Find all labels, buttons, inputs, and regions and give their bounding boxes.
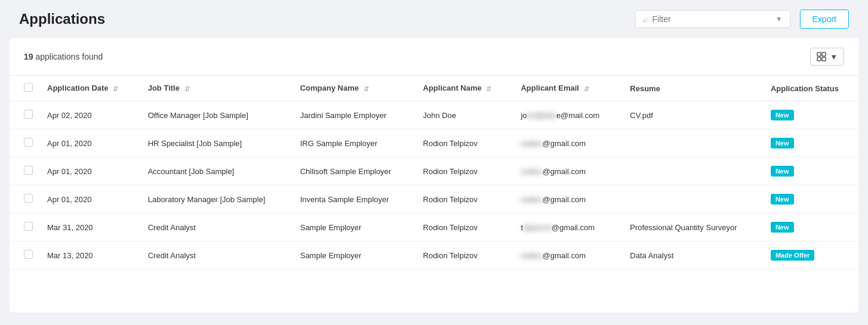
row-5-company: Sample Employer (291, 242, 414, 270)
sort-icon-applicant-name: ⇵ (486, 85, 491, 93)
row-1-resume (620, 129, 761, 157)
row-2-status-badge: New (771, 166, 794, 177)
row-5-checkbox-cell (10, 242, 38, 270)
row-4-date: Mar 31, 2020 (38, 213, 138, 242)
row-5-checkbox[interactable] (24, 250, 33, 259)
col-label-job-title: Job Title (148, 83, 180, 92)
row-0-checkbox-cell (10, 101, 38, 129)
row-4-email-suffix: @gmail.com (552, 223, 595, 232)
row-4-status-badge: New (771, 222, 794, 233)
export-button[interactable]: Export (800, 10, 849, 29)
chevron-down-icon: ▼ (775, 15, 783, 23)
row-3-email-blur: rodion (521, 195, 542, 204)
page-title: Applications (19, 11, 105, 27)
row-5-status-badge: Made Offer (771, 250, 814, 261)
col-header-application-status: Application Status (761, 76, 858, 101)
row-4-checkbox[interactable] (24, 222, 33, 231)
row-0-company: Jardini Sample Employer (291, 101, 414, 129)
header-bar: Applications ⌕ ▼ Export (0, 0, 868, 38)
col-label-application-date: Application Date (47, 83, 109, 92)
header-right: ⌕ ▼ Export (635, 10, 849, 29)
row-0-applicant-name: John Doe (414, 101, 512, 129)
row-1-job-title: HR Specialist [Job Sample] (138, 129, 291, 157)
col-header-applicant-email[interactable]: Applicant Email ⇵ (511, 76, 620, 101)
row-1-email-blur: rodion (521, 139, 542, 148)
row-5-applicant-email: rodion@gmail.com (511, 242, 620, 270)
row-2-applicant-email: rodion@gmail.com (511, 157, 620, 185)
row-4-resume: Professional Quantity Surveyor (620, 213, 761, 242)
row-1-applicant-email: rodion@gmail.com (511, 129, 620, 157)
row-1-status-badge: New (771, 138, 794, 148)
sort-icon-application-date: ⇵ (113, 85, 118, 93)
col-header-application-date[interactable]: Application Date ⇵ (38, 76, 138, 101)
main-content: 19 applications found ▼ Application Date… (10, 38, 858, 312)
col-header-applicant-name[interactable]: Applicant Name ⇵ (414, 76, 512, 101)
row-5-email-suffix: @gmail.com (543, 251, 586, 260)
row-0-checkbox[interactable] (24, 110, 33, 119)
row-0-email-blur: hn@doe (527, 111, 556, 120)
row-3-checkbox[interactable] (24, 194, 33, 203)
table-toolbar: 19 applications found ▼ (10, 48, 858, 75)
svg-rect-1 (822, 52, 826, 56)
row-2-checkbox-cell (10, 157, 38, 185)
col-label-applicant-email: Applicant Email (521, 83, 579, 92)
col-label-resume: Resume (630, 84, 660, 93)
row-2-resume (620, 157, 761, 185)
svg-rect-0 (817, 52, 821, 56)
row-3-status: New (761, 185, 858, 213)
row-2-checkbox[interactable] (24, 166, 33, 175)
row-5-date: Mar 13, 2020 (38, 242, 138, 270)
filter-input-wrapper[interactable]: ⌕ ▼ (635, 10, 790, 28)
col-label-applicant-name: Applicant Name (423, 83, 482, 92)
select-all-checkbox[interactable] (24, 83, 33, 92)
col-header-company-name[interactable]: Company Name ⇵ (291, 76, 414, 101)
row-4-company: Sample Employer (291, 213, 414, 242)
col-header-job-title[interactable]: Job Title ⇵ (138, 76, 291, 101)
row-4-applicant-email: telpizov4@gmail.com (511, 213, 620, 242)
filter-input[interactable] (652, 14, 771, 24)
search-icon: ⌕ (643, 14, 648, 24)
apps-found-text: applications found (35, 52, 103, 61)
row-3-email-suffix: @gmail.com (543, 195, 586, 204)
row-1-date: Apr 01, 2020 (38, 129, 138, 157)
apps-count: 19 (24, 52, 33, 61)
row-3-status-badge: New (771, 194, 794, 205)
row-5-email-blur: rodion (521, 251, 542, 260)
row-1-email-suffix: @gmail.com (543, 139, 586, 148)
sort-icon-company-name: ⇵ (364, 85, 369, 93)
svg-rect-2 (817, 57, 821, 61)
table-row: Mar 13, 2020Credit AnalystSample Employe… (10, 242, 858, 270)
applications-table: Application Date ⇵ Job Title ⇵ Company N… (10, 75, 858, 270)
row-1-checkbox-cell (10, 129, 38, 157)
row-4-email-blur: elpizov4 (523, 223, 552, 232)
select-all-checkbox-header[interactable] (10, 76, 38, 101)
row-0-status-badge: New (771, 110, 794, 120)
table-row: Apr 02, 2020Office Manager [Job Sample]J… (10, 101, 858, 129)
row-5-applicant-name: Rodion Telpizov (414, 242, 512, 270)
row-1-checkbox[interactable] (24, 138, 33, 147)
row-2-email-blur: rodion (521, 167, 542, 176)
table-row: Mar 31, 2020Credit AnalystSample Employe… (10, 213, 858, 242)
row-2-applicant-name: Rodion Telpizov (414, 157, 512, 185)
row-0-email-suffix: e@mail.com (556, 111, 599, 120)
row-3-applicant-email: rodion@gmail.com (511, 185, 620, 213)
row-0-applicant-email: john@doee@mail.com (511, 101, 620, 129)
row-4-applicant-name: Rodion Telpizov (414, 213, 512, 242)
row-0-job-title: Office Manager [Job Sample] (138, 101, 291, 129)
row-2-date: Apr 01, 2020 (38, 157, 138, 185)
row-3-checkbox-cell (10, 185, 38, 213)
view-toggle-button[interactable]: ▼ (810, 48, 844, 66)
row-4-job-title: Credit Analyst (138, 213, 291, 242)
row-3-applicant-name: Rodion Telpizov (414, 185, 512, 213)
table-row: Apr 01, 2020Laboratory Manager [Job Samp… (10, 185, 858, 213)
svg-rect-3 (822, 57, 826, 61)
row-3-date: Apr 01, 2020 (38, 185, 138, 213)
apps-found-label: 19 applications found (24, 52, 103, 61)
col-label-company-name: Company Name (300, 83, 359, 92)
grid-view-icon (817, 52, 826, 61)
table-body: Apr 02, 2020Office Manager [Job Sample]J… (10, 101, 858, 270)
row-1-company: IRG Sample Employer (291, 129, 414, 157)
view-toggle-arrow: ▼ (830, 52, 838, 61)
row-5-job-title: Credit Analyst (138, 242, 291, 270)
table-row: Apr 01, 2020HR Specialist [Job Sample]IR… (10, 129, 858, 157)
